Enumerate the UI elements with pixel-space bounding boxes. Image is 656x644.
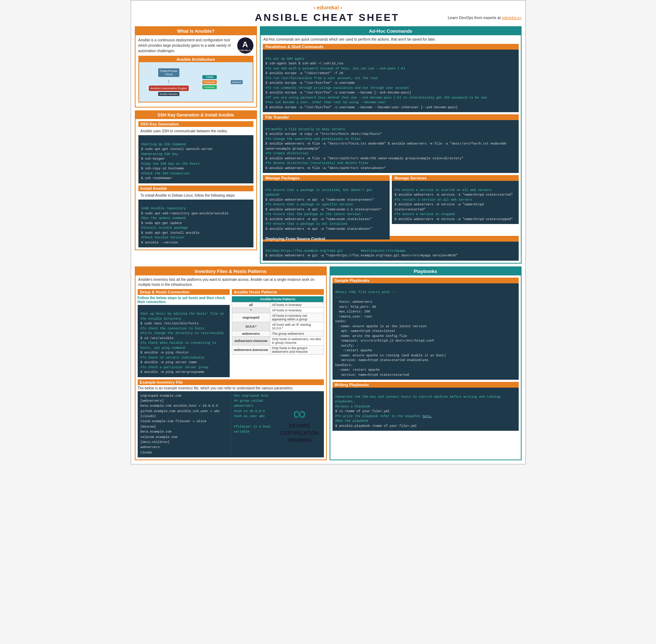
manage-packages-subsection: Manage Packages #To ensure that a packag… [263,175,390,234]
brand-bar: • edureka! • [135,4,522,10]
arch-node-ansible: Ansible's Automation Engine [149,86,189,91]
what-is-ansible-header: What is Ansible? [136,27,256,35]
hosts-desc-cell: All hosts in inventory not appearing wit… [270,313,324,322]
ssh-section: SSH Key Generation & Install Ansible SSH… [135,110,257,250]
edureka-link[interactable]: edureka.co [502,15,521,20]
brand-dot-left: • [314,5,316,10]
file-transfer-title: File Transfer [263,114,519,120]
file-transfer-code: #Transfer a file directly to many server… [263,120,519,173]
writing-playbooks-code: #Generate the SSH Key and connect hosts … [332,388,519,431]
devops-logo-container: ∞ DEVOPSCERTIFICATIONTRAINING [278,393,321,456]
parallelism-subsection: Parallelism & Shell Commands #To set up … [263,44,519,112]
hosts-pattern-cell: 10.0.0.* [232,322,270,331]
writing-playbooks-subsection: Writing Playbooks #Generate the SSH Key … [332,382,519,431]
adhoc-section: Ad-Hoc Commands Ad-Hoc commands are quic… [260,26,522,264]
hosts-patterns-table: Ansible Hosts Patterns allAll hosts in i… [232,296,324,355]
adhoc-header: Ad-Hoc Commands [261,27,521,35]
inventory-desc: Ansible's inventory lists all the platfo… [136,275,326,289]
hosts-pattern-cell: webservers:&moscow [232,345,270,354]
setup-hosts-title: Setup & Hosts Connection [138,289,230,295]
hosts-pattern-cell: ungrouped [232,313,270,322]
parallelism-title: Parallelism & Shell Commands [263,44,519,50]
sample-playbooks-code: #Every YAML file starts with --- --- hos… [332,283,519,380]
ssh-gen-subsection: SSH Key Generation Ansible uses SSH to c… [138,121,253,183]
hosts-pattern-cell: all [232,302,270,307]
bottom-section: Inventory Files & Hosts Patterns Ansible… [135,266,522,461]
playbooks-header: Playbooks [330,267,521,275]
setup-hosts-code: #Set up hosts by editing the hosts' file… [138,305,230,377]
hosts-pattern-cell: webservers [232,331,270,336]
install-ansible-desc: To install Ansible in Debian Linux, foll… [138,191,253,200]
manage-packages-code: #To ensure that a package is installed, … [263,181,390,239]
hosts-patterns-subsection: Ansible Hosts Patterns Ansible Hosts Pat… [232,289,324,377]
inv-comments-right: #An ungrouped host #A group called webse… [231,391,324,458]
page-title: ANSIBLE CHEAT SHEET [207,12,448,23]
inv-code-left: ungrouped.example.com [webservers] beta.… [138,391,231,458]
deploy-code: #GitRep:https://foo.example.org/repo.git… [263,242,519,261]
ansible-description: Ansible is a continuous deployment and c… [138,37,234,54]
manage-row: Manage Packages #To ensure that a packag… [263,175,519,234]
file-transfer-subsection: File Transfer #Transfer a file directly … [263,114,519,173]
parallelism-code: #To set up SSH agent $ ssh-agent bash $ … [263,50,519,112]
brand-dot-right: • [340,5,342,10]
hosts-desc-cell: Only hosts in webservers, not also in gr… [270,336,324,345]
ssh-section-header: SSH Key Generation & Install Ansible [136,111,256,119]
arch-node-network: Network [231,80,243,84]
adhoc-desc: Ad-Hoc commands are quick commands which… [261,35,521,44]
ssh-gen-code: #Setting Up SSH Command $ sudo apt-get i… [138,135,253,183]
arch-node-cmdb: CMDB [202,75,217,79]
setup-hosts-subsection: Setup & Hosts Connection Follow the belo… [138,289,230,377]
setup-hosts-desc: Follow the below steps to set hosts and … [138,295,230,305]
manage-services-subsection: Manage Services #To ensure a service is … [392,175,519,234]
page-header: ANSIBLE CHEAT SHEET Learn DevOps from ex… [135,12,522,23]
arch-node-ansible-modules: Ansible Modules [158,92,179,96]
inventory-inner: Setup & Hosts Connection Follow the belo… [136,289,326,379]
hosts-desc-cell: All hosts with an IP starting 10.0.0.* [270,322,324,331]
example-inv-grid: ungrouped.example.com [webservers] beta.… [138,391,324,458]
manage-services-title: Manage Services [392,175,519,181]
install-ansible-code: #Add Ansible repository $ sudo apt-add-r… [138,200,253,248]
example-inv-desc: The below is an example inventory file, … [138,385,324,391]
hosts-desc-cell: All hosts in inventory [270,307,324,313]
ssh-gen-title: SSH Key Generation [138,121,253,127]
infinity-symbol: ∞ [293,405,306,423]
arch-node-inventory: Inventory [202,85,217,89]
hosts-desc-cell: Only hosts in the group's webservers and… [270,345,324,354]
sample-playbooks-subsection: Sample Playbooks #Every YAML file starts… [332,278,519,380]
example-inv-subsection: Example Inventory File The below is an e… [138,379,324,458]
what-is-ansible-body: Ansible is a continuous deployment and c… [136,35,256,107]
sample-playbooks-title: Sample Playbooks [332,278,519,283]
devops-text: DEVOPSCERTIFICATIONTRAINING [280,423,318,444]
example-inv-title: Example Inventory File [138,379,324,385]
manage-packages-title: Manage Packages [263,175,390,181]
manage-services-code: #To ensure a service is started on all w… [392,181,519,224]
hosts-desc-cell: All hosts in inventory [270,302,324,307]
brand-name: edureka! [317,4,339,10]
hosts-patterns-title: Ansible Hosts Patterns [232,289,324,295]
hosts-pattern-cell: * [232,307,270,313]
hosts-desc-cell: The group webservers [270,331,324,336]
inventory-header: Inventory Files & Hosts Patterns [136,267,326,275]
inventory-section: Inventory Files & Hosts Patterns Ansible… [135,266,327,461]
arch-node-playbooks: Playbooks [202,80,217,84]
install-ansible-title: Install Ansible [138,186,253,191]
install-ansible-subsection: Install Ansible To install Ansible in De… [138,186,253,248]
playbooks-section: Playbooks Sample Playbooks #Every YAML f… [330,266,522,461]
arch-title: Ansible Architecture [139,56,253,62]
ansible-logo: A ANSIBLE [237,37,253,54]
hosts-table-header: Ansible Hosts Patterns [232,296,324,302]
ssh-gen-desc: Ansible uses SSH to communicate between … [138,127,253,135]
deploy-title: Deploying From Source Control [263,236,519,242]
architecture-box: Ansible Architecture Public/PrivateCloud… [138,56,253,102]
deploy-subsection: Deploying From Source Control #GitRep:ht… [263,236,519,261]
hosts-pattern-cell: webservers:!moscow [232,336,270,345]
arch-node-public-cloud: Public/PrivateCloud [158,68,179,77]
writing-playbooks-title: Writing Playbooks [332,382,519,388]
header-link: Learn DevOps from experts at edureka.co [448,15,522,20]
